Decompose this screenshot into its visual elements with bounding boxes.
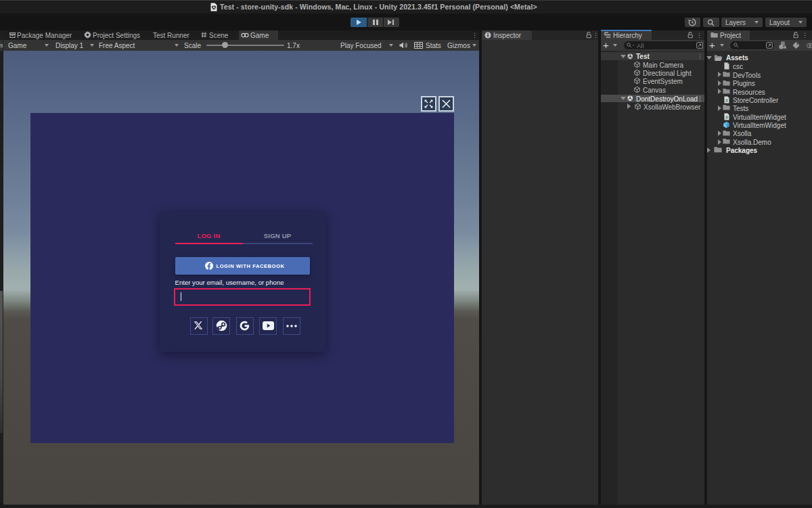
svg-text:#: #	[725, 97, 728, 102]
svg-text:#: #	[725, 114, 728, 119]
